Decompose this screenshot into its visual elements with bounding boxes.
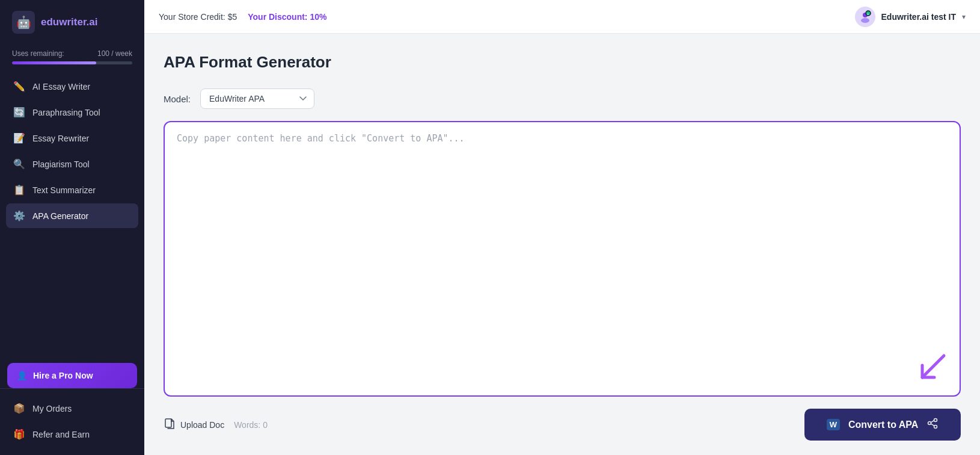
logo-icon: 🤖: [12, 11, 35, 34]
chevron-down-icon: ▾: [962, 13, 966, 21]
word-logo-icon: W: [827, 419, 840, 430]
summarizer-icon: 📋: [13, 184, 25, 196]
sidebar-bottom: 📦 My Orders 🎁 Refer and Earn: [0, 388, 144, 455]
user-name: Eduwriter.ai test IT: [881, 12, 956, 22]
paraphrase-icon: 🔄: [13, 107, 25, 118]
upload-doc-label: Upload Doc: [180, 420, 224, 430]
svg-line-7: [931, 424, 934, 426]
plagiarism-icon: 🔍: [13, 158, 25, 170]
avatar: +: [855, 7, 875, 27]
model-label: Model:: [164, 94, 191, 104]
usage-section: Uses remaining: 100 / week: [0, 45, 144, 74]
sidebar: 🤖 eduwriter.ai Uses remaining: 100 / wee…: [0, 0, 144, 455]
logo-text: eduwriter.ai: [41, 16, 98, 28]
content-textarea[interactable]: [164, 121, 961, 397]
sidebar-item-refer-and-earn[interactable]: 🎁 Refer and Earn: [6, 422, 138, 447]
logo-area: 🤖 eduwriter.ai: [0, 0, 144, 45]
upload-icon: [164, 418, 176, 432]
page-title: APA Format Generator: [164, 53, 961, 72]
usage-label: Uses remaining: 100 / week: [12, 49, 132, 58]
convert-btn-icons: W: [827, 419, 840, 430]
sidebar-item-my-orders[interactable]: 📦 My Orders: [6, 396, 138, 421]
apa-icon: ⚙️: [13, 210, 25, 221]
topbar: Your Store Credit: $5 Your Discount: 10%…: [144, 0, 980, 34]
svg-rect-5: [165, 419, 171, 427]
usage-fill: [12, 61, 96, 64]
main-content: Your Store Credit: $5 Your Discount: 10%…: [144, 0, 980, 455]
sidebar-item-text-summarizer[interactable]: 📋 Text Summarizer: [6, 178, 138, 202]
topbar-credits: Your Store Credit: $5 Your Discount: 10%: [159, 12, 326, 22]
hire-pro-button[interactable]: 👤 Hire a Pro Now: [7, 363, 137, 388]
words-count: Words: 0: [234, 420, 268, 430]
convert-to-apa-button[interactable]: W Convert to APA: [804, 409, 961, 441]
share-icon: [926, 417, 939, 432]
robot-icon: 🤖: [16, 15, 31, 29]
svg-line-6: [931, 421, 934, 422]
svg-text:+: +: [867, 12, 869, 16]
sidebar-item-ai-essay-writer[interactable]: ✏️ AI Essay Writer: [6, 74, 138, 99]
discount-link[interactable]: Your Discount: 10%: [248, 12, 326, 22]
page-content: APA Format Generator Model: EduWriter AP…: [144, 34, 980, 455]
usage-bar: [12, 61, 132, 64]
orders-icon: 📦: [13, 403, 25, 414]
sidebar-item-plagiarism-tool[interactable]: 🔍 Plagiarism Tool: [6, 152, 138, 176]
sidebar-item-apa-generator[interactable]: ⚙️ APA Generator: [6, 203, 138, 228]
bottom-bar: Upload Doc Words: 0 W Convert to APA: [164, 406, 961, 441]
model-row: Model: EduWriter APA Standard APA APA 7t…: [164, 88, 961, 109]
upload-doc-button[interactable]: Upload Doc: [164, 418, 224, 432]
sidebar-item-paraphrasing-tool[interactable]: 🔄 Paraphrasing Tool: [6, 100, 138, 125]
rewriter-icon: 📝: [13, 132, 25, 144]
textarea-wrapper: [164, 121, 961, 397]
sidebar-item-essay-rewriter[interactable]: 📝 Essay Rewriter: [6, 126, 138, 150]
essay-icon: ✏️: [13, 81, 25, 92]
topbar-user[interactable]: + Eduwriter.ai test IT ▾: [855, 7, 966, 27]
hire-icon: 👤: [17, 371, 27, 380]
svg-point-1: [861, 18, 869, 23]
refer-icon: 🎁: [13, 429, 25, 440]
nav-list: ✏️ AI Essay Writer 🔄 Paraphrasing Tool 📝…: [0, 74, 144, 356]
model-select[interactable]: EduWriter APA Standard APA APA 7th Editi…: [200, 88, 314, 109]
